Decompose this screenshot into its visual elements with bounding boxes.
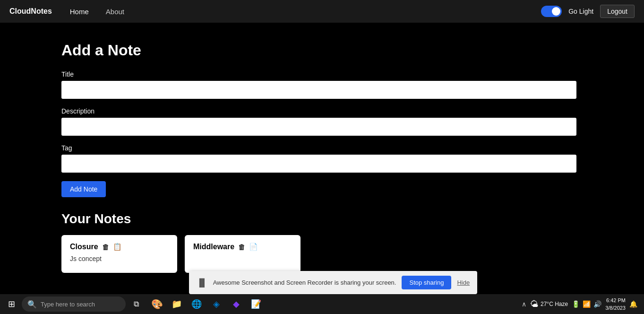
taskbar-search-text: Type here to search: [41, 301, 95, 308]
tag-input[interactable]: [61, 155, 576, 173]
chrome-icon: 🌐: [191, 299, 202, 309]
taskbar: ⊞ 🔍 Type here to search ⧉ 🎨 📁 🌐 ◈ ◆: [0, 294, 644, 314]
theme-toggle-switch[interactable]: [541, 6, 562, 17]
taskbar-app-obsidian[interactable]: ◆: [228, 296, 245, 313]
main-content: Add a Note Title Description Tag Add Not…: [0, 23, 644, 282]
hide-button[interactable]: Hide: [457, 279, 470, 286]
sys-icons: 🔋 📶 🔊: [572, 300, 601, 308]
taskbar-app-chrome[interactable]: 🌐: [188, 296, 205, 313]
taskbar-apps: 🎨 📁 🌐 ◈ ◆ 📝: [148, 296, 265, 313]
note-edit-icon-0[interactable]: 📋: [113, 243, 122, 251]
tag-label: Tag: [61, 144, 583, 152]
taskbar-date: 3/8/2023: [605, 304, 626, 312]
windows-icon: ⊞: [8, 299, 15, 309]
system-tray: ∧: [522, 300, 526, 308]
notification-icon[interactable]: 🔔: [629, 300, 637, 308]
folder-icon: 📁: [172, 299, 182, 309]
navbar-right: Go Light Logout: [541, 5, 635, 18]
note-title-text-0: Closure: [70, 243, 98, 251]
notes-container: Closure 🗑 📋 Js concept Middleware 🗑 📄: [61, 235, 583, 273]
task-view-button[interactable]: ⧉: [128, 296, 145, 313]
your-notes-title: Your Notes: [61, 211, 583, 227]
taskbar-app-explorer[interactable]: 📁: [168, 296, 185, 313]
title-field-group: Title: [61, 70, 583, 99]
volume-icon: 🔊: [593, 300, 601, 308]
weather-text: 27°C Haze: [541, 301, 568, 307]
screen-share-message: Awesome Screenshot and Screen Recorder i…: [213, 279, 396, 286]
note-card-1: Middleware 🗑 📄: [185, 235, 301, 273]
weather-widget: 🌤 27°C Haze: [530, 299, 568, 309]
title-label: Title: [61, 70, 583, 78]
screen-share-bar: ▐▌ Awesome Screenshot and Screen Recorde…: [189, 271, 477, 294]
search-icon: 🔍: [27, 300, 37, 309]
battery-icon: 🔋: [572, 300, 580, 308]
start-button[interactable]: ⊞: [3, 296, 20, 313]
add-note-button[interactable]: Add Note: [61, 181, 106, 197]
screen-share-icon: ▐▌: [197, 279, 207, 287]
note-card-title-0: Closure 🗑 📋: [70, 243, 169, 251]
taskbar-app-notes[interactable]: 📝: [248, 296, 265, 313]
nav-about[interactable]: About: [102, 6, 128, 17]
taskbar-clock: 6:42 PM 3/8/2023: [605, 297, 626, 312]
stop-sharing-button[interactable]: Stop sharing: [402, 276, 451, 289]
description-field-group: Description: [61, 107, 583, 136]
note-title-text-1: Middleware: [193, 243, 234, 251]
notes-icon: 📝: [251, 299, 261, 309]
taskbar-app-vscode[interactable]: ◈: [208, 296, 225, 313]
note-delete-icon-1[interactable]: 🗑: [238, 243, 245, 251]
navbar: CloudNotes Home About Go Light Logout: [0, 0, 644, 23]
obsidian-icon: ◆: [233, 299, 240, 309]
note-share-icon-1[interactable]: 📄: [249, 243, 258, 251]
taskbar-search[interactable]: 🔍 Type here to search: [22, 297, 126, 312]
note-card-desc-0: Js concept: [70, 255, 169, 262]
task-view-icon: ⧉: [134, 300, 139, 308]
description-label: Description: [61, 107, 583, 115]
paint-icon: 🎨: [151, 298, 163, 310]
network-icon: 📶: [583, 300, 591, 308]
taskbar-right: ∧ 🌤 27°C Haze 🔋 📶 🔊 6:42 PM 3/8/2023 🔔: [522, 297, 641, 312]
vscode-icon: ◈: [213, 299, 220, 309]
taskbar-time: 6:42 PM: [605, 297, 626, 305]
note-card-title-1: Middleware 🗑 📄: [193, 243, 292, 251]
page-title: Add a Note: [61, 42, 583, 59]
description-input[interactable]: [61, 118, 576, 136]
note-delete-icon-0[interactable]: 🗑: [102, 243, 109, 251]
weather-icon: 🌤: [530, 299, 539, 309]
theme-toggle-label: Go Light: [568, 8, 593, 15]
title-input[interactable]: [61, 81, 576, 99]
tag-field-group: Tag: [61, 144, 583, 173]
nav-home[interactable]: Home: [66, 6, 93, 17]
logout-button[interactable]: Logout: [600, 5, 635, 18]
app-brand: CloudNotes: [9, 7, 52, 16]
note-card-0: Closure 🗑 📋 Js concept: [61, 235, 177, 273]
chevron-up-icon[interactable]: ∧: [522, 300, 526, 308]
taskbar-app-paint[interactable]: 🎨: [148, 296, 165, 313]
